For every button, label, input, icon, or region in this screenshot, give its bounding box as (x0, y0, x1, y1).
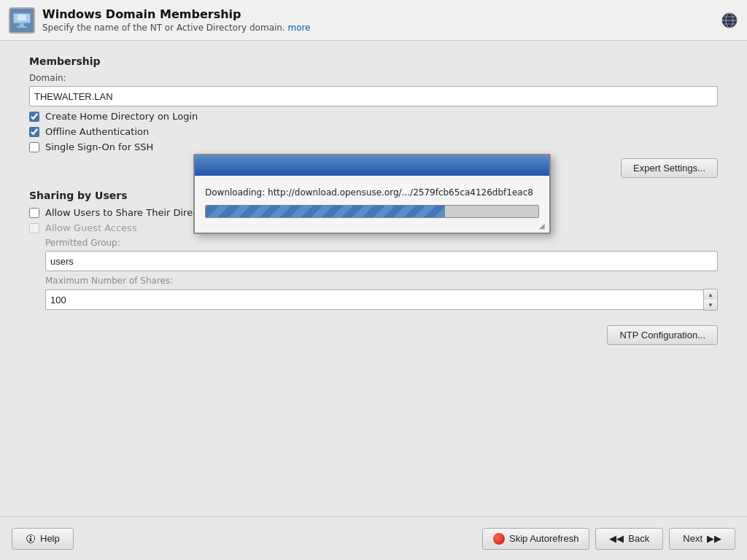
dialog-title: Windows Domain Membership (42, 7, 713, 21)
permitted-group-label: Permitted Group: (45, 238, 718, 248)
permitted-group-input[interactable] (45, 251, 718, 271)
create-home-dir-label: Create Home Directory on Login (45, 111, 198, 122)
ntp-config-button[interactable]: NTP Configuration... (607, 325, 718, 345)
progress-bar (206, 206, 445, 217)
allow-guest-label: Allow Guest Access (45, 222, 137, 233)
popup-header (195, 155, 549, 176)
help-button[interactable]: 🛈 Help (12, 528, 74, 550)
expert-settings-button[interactable]: Expert Settings... (621, 158, 718, 178)
next-label: Next (683, 533, 703, 544)
footer: 🛈 Help Skip Autorefresh ◀◀ Back Next ▶▶ (0, 516, 747, 560)
offline-auth-label: Offline Authentication (45, 126, 149, 137)
dialog-subtitle: Specify the name of the NT or Active Dir… (42, 23, 713, 33)
svg-rect-3 (17, 26, 27, 28)
svg-rect-2 (20, 23, 24, 26)
red-dot-icon (493, 533, 505, 545)
svg-rect-1 (18, 15, 26, 20)
allow-guest-checkbox[interactable] (29, 223, 39, 233)
membership-section-label: Membership (29, 55, 718, 67)
spinbox-down-button[interactable]: ▼ (704, 300, 717, 310)
header-icon (9, 7, 35, 34)
network-help-icon (721, 12, 738, 29)
offline-auth-row: Offline Authentication (29, 126, 718, 137)
allow-share-checkbox[interactable] (29, 208, 39, 218)
spinbox-buttons: ▲ ▼ (703, 289, 718, 311)
max-shares-label: Maximum Number of Shares: (45, 276, 718, 286)
download-popup: Downloading: http://download.opensuse.or… (193, 154, 551, 234)
max-shares-spinbox: ▲ ▼ (45, 289, 718, 311)
progress-bar-container (205, 205, 539, 218)
help-label: Help (40, 533, 60, 544)
max-shares-input[interactable] (45, 289, 703, 310)
domain-input[interactable] (29, 86, 718, 106)
back-icon: ◀◀ (609, 533, 624, 544)
download-text: Downloading: http://download.opensuse.or… (205, 187, 539, 198)
next-icon: ▶▶ (707, 533, 721, 544)
create-home-dir-checkbox[interactable] (29, 112, 39, 122)
dialog-header: Windows Domain Membership Specify the na… (0, 0, 747, 41)
offline-auth-checkbox[interactable] (29, 127, 39, 137)
ntp-row: NTP Configuration... (29, 325, 718, 345)
sso-ssh-row: Single Sign-On for SSH (29, 141, 718, 152)
footer-right: Skip Autorefresh ◀◀ Back Next ▶▶ (482, 528, 735, 550)
allow-share-label: Allow Users to Share Their Dire... (45, 207, 202, 218)
back-button[interactable]: ◀◀ Back (595, 528, 663, 550)
spinbox-up-button[interactable]: ▲ (704, 289, 717, 300)
back-label: Back (628, 533, 649, 544)
footer-left: 🛈 Help (12, 528, 74, 550)
skip-autorefresh-label: Skip Autorefresh (509, 533, 578, 544)
skip-autorefresh-button[interactable]: Skip Autorefresh (482, 528, 589, 550)
more-link[interactable]: more (288, 23, 311, 33)
header-text-block: Windows Domain Membership Specify the na… (42, 7, 713, 33)
main-content: Membership Domain: Create Home Directory… (0, 41, 747, 516)
domain-label: Domain: (29, 73, 718, 83)
next-button[interactable]: Next ▶▶ (669, 528, 735, 550)
sso-ssh-label: Single Sign-On for SSH (45, 141, 153, 152)
sso-ssh-checkbox[interactable] (29, 142, 39, 152)
create-home-dir-row: Create Home Directory on Login (29, 111, 718, 122)
help-icon: 🛈 (26, 533, 36, 545)
popup-body: Downloading: http://download.opensuse.or… (195, 176, 549, 233)
resize-handle[interactable]: ◢ (539, 222, 548, 231)
